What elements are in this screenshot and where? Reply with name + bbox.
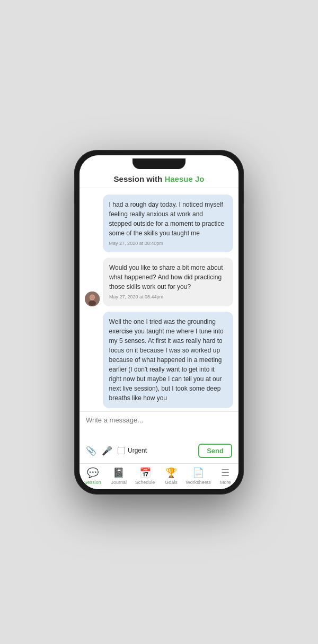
nav-item-session[interactable]: 💬 Session (81, 467, 104, 485)
avatar-image (85, 292, 100, 306)
nav-label-session: Session (84, 480, 101, 485)
notch-area (80, 155, 238, 170)
title-prefix: Session with (114, 174, 165, 183)
message-time-1: May 27, 2020 at 08:40pm (109, 240, 227, 248)
header: Session with Haesue Jo (80, 170, 238, 188)
nav-label-schedule: Schedule (135, 480, 155, 485)
attachment-icon[interactable]: 📎 (86, 446, 96, 456)
urgent-label: Urgent (128, 447, 147, 454)
message-received-2: Would you like to share a bit more about… (103, 258, 233, 306)
svg-point-2 (89, 301, 96, 306)
bottom-nav: 💬 Session 📓 Journal 📅 Schedule 🏆 Goals 📄… (80, 463, 238, 489)
page-title: Session with Haesue Jo (88, 174, 230, 183)
message-text-1: I had a rough day today. I noticed mysel… (109, 200, 227, 238)
nav-item-journal[interactable]: 📓 Journal (107, 467, 130, 485)
svg-point-3 (90, 295, 94, 299)
send-button[interactable]: Send (198, 444, 232, 458)
notch (132, 158, 186, 169)
session-icon: 💬 (87, 467, 99, 479)
more-icon: ☰ (221, 467, 229, 479)
microphone-icon[interactable]: 🎤 (102, 446, 112, 456)
nav-item-goals[interactable]: 🏆 Goals (160, 467, 183, 485)
nav-item-schedule[interactable]: 📅 Schedule (134, 467, 157, 485)
nav-label-more: More (220, 480, 231, 485)
message-input-area: 📎 🎤 Urgent Send (80, 411, 238, 463)
nav-label-journal: Journal (111, 480, 127, 485)
nav-label-goals: Goals (165, 480, 178, 485)
nav-item-worksheets[interactable]: 📄 Worksheets (186, 467, 210, 485)
message-input[interactable] (86, 416, 232, 439)
journal-icon: 📓 (113, 467, 125, 479)
avatar-svg (85, 292, 100, 306)
toolbar-row: 📎 🎤 Urgent Send (86, 442, 232, 461)
received-row-2: Would you like to share a bit more about… (85, 258, 233, 306)
goals-icon: 🏆 (165, 467, 177, 479)
nav-item-more[interactable]: ☰ More (214, 467, 237, 485)
nav-label-worksheets: Worksheets (186, 480, 210, 485)
therapist-name: Haesue Jo (164, 174, 204, 183)
message-sent-1: I had a rough day today. I noticed mysel… (103, 195, 233, 253)
message-time-2: May 27, 2020 at 08:44pm (109, 294, 227, 301)
schedule-icon: 📅 (139, 467, 151, 479)
phone-screen: Session with Haesue Jo I had a rough day… (80, 155, 238, 489)
worksheets-icon: 📄 (192, 467, 204, 479)
urgent-checkbox[interactable] (118, 447, 125, 454)
message-text-3: Well the one I tried was the grounding e… (109, 317, 227, 403)
chat-area[interactable]: I had a rough day today. I noticed mysel… (80, 188, 238, 411)
message-sent-3: Well the one I tried was the grounding e… (103, 312, 233, 408)
message-text-2: Would you like to share a bit more about… (109, 263, 227, 292)
phone-frame: Session with Haesue Jo I had a rough day… (74, 150, 244, 495)
therapist-avatar (85, 292, 100, 306)
urgent-area: Urgent (118, 447, 147, 454)
